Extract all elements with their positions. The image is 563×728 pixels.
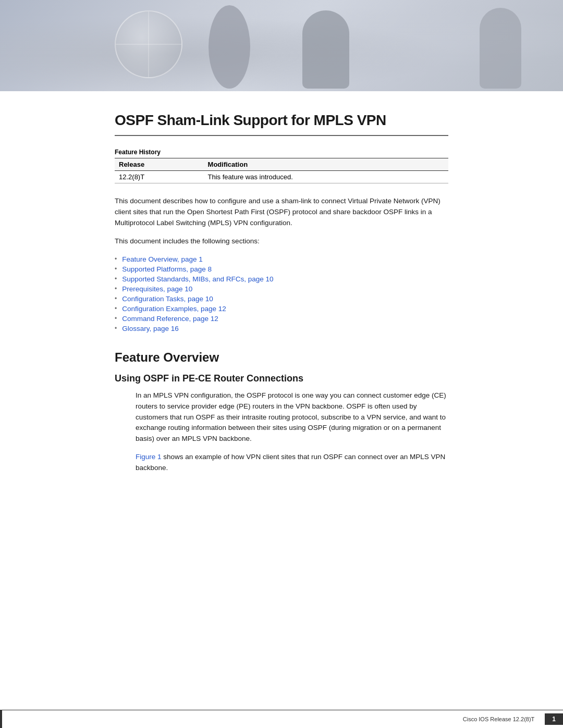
page-container: OSPF Sham-Link Support for MPLS VPN Feat… [0,0,563,728]
main-content: OSPF Sham-Link Support for MPLS VPN Feat… [0,91,563,497]
toc-item-feature-overview: Feature Overview, page 1 [115,254,448,264]
figure-silhouette-3 [480,8,521,89]
toc-link-feature-overview[interactable]: Feature Overview, page 1 [122,255,203,263]
toc-item-supported-platforms: Supported Platforms, page 8 [115,264,448,274]
footer-page-number: 1 [545,713,563,725]
cell-modification: This feature was introduced. [204,171,448,183]
toc-item-command-reference: Command Reference, page 12 [115,314,448,324]
col-modification: Modification [204,158,448,171]
header-image [0,0,563,91]
subsection-heading-ospf: Using OSPF in PE-CE Router Connections [115,373,448,384]
feature-history-section: Feature History Release Modification 12.… [115,149,448,183]
table-row: 12.2(8)T This feature was introduced. [115,171,448,183]
toc-link-prerequisites[interactable]: Prerequisites, page 10 [122,285,192,293]
toc-item-glossary: Glossary, page 16 [115,324,448,334]
ospf-paragraph-1: In an MPLS VPN configuration, the OSPF p… [115,390,448,445]
toc-item-prerequisites: Prerequisites, page 10 [115,284,448,294]
col-release: Release [115,158,204,171]
toc-link-supported-standards[interactable]: Supported Standards, MIBs, and RFCs, pag… [122,275,273,283]
toc-link-glossary[interactable]: Glossary, page 16 [122,325,179,332]
toc-item-supported-standards: Supported Standards, MIBs, and RFCs, pag… [115,274,448,284]
toc-item-config-tasks: Configuration Tasks, page 10 [115,294,448,304]
document-title: OSPF Sham-Link Support for MPLS VPN [115,107,448,129]
toc-link-command-reference[interactable]: Command Reference, page 12 [122,315,218,323]
toc-list: Feature Overview, page 1 Supported Platf… [115,254,448,334]
feature-history-label: Feature History [115,149,448,156]
figure-1-link[interactable]: Figure 1 [136,453,162,461]
toc-item-config-examples: Configuration Examples, page 12 [115,304,448,314]
header-overlay [0,0,563,91]
ospf-paragraph-2-suffix: shows an example of how VPN client sites… [136,453,445,472]
toc-link-config-examples[interactable]: Configuration Examples, page 12 [122,305,226,313]
globe-decoration [115,10,182,78]
intro-paragraph-2: This document includes the following sec… [115,236,448,247]
feature-history-table: Release Modification 12.2(8)T This featu… [115,158,448,183]
figure-silhouette-2 [302,10,349,89]
toc-link-config-tasks[interactable]: Configuration Tasks, page 10 [122,295,213,303]
cell-release: 12.2(8)T [115,171,204,183]
ospf-paragraph-2: Figure 1 shows an example of how VPN cli… [115,452,448,474]
footer-release-text: Cisco IOS Release 12.2(8)T [2,716,545,722]
toc-link-supported-platforms[interactable]: Supported Platforms, page 8 [122,265,212,273]
table-header-row: Release Modification [115,158,448,171]
section-heading-feature-overview: Feature Overview [115,350,448,365]
intro-paragraph-1: This document describes how to configure… [115,196,448,229]
title-separator [115,135,448,136]
page-footer: Cisco IOS Release 12.2(8)T 1 [0,710,563,728]
